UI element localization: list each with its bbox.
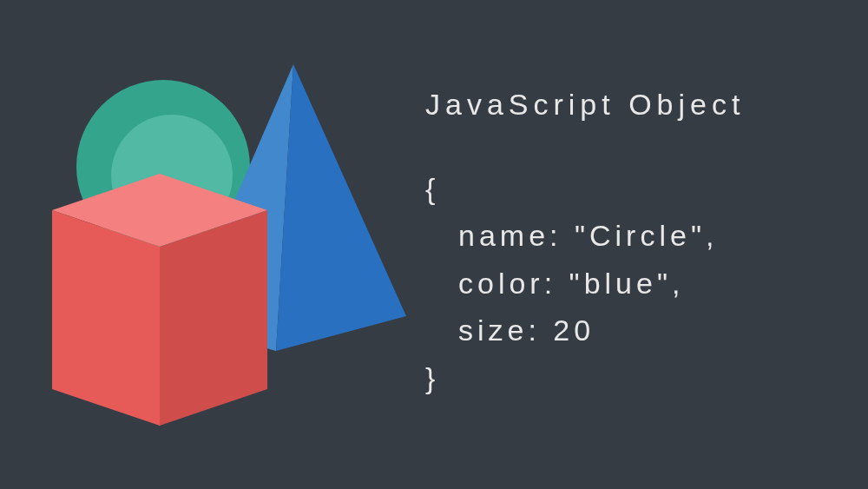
shapes-illustration (0, 0, 408, 489)
code-property-color: color: "blue", (425, 260, 833, 307)
code-property-name: name: "Circle", (425, 212, 833, 259)
svg-marker-3 (276, 64, 406, 351)
code-snippet: JavaScript Object { name: "Circle", colo… (408, 88, 868, 401)
code-block: { name: "Circle", color: "blue", size: 2… (425, 165, 833, 401)
code-property-size: size: 20 (425, 307, 833, 354)
code-title: JavaScript Object (425, 88, 833, 122)
svg-marker-6 (160, 210, 267, 426)
svg-marker-5 (52, 210, 160, 426)
brace-open: { (425, 165, 833, 212)
brace-close: } (425, 354, 833, 401)
cube-icon (52, 174, 267, 426)
